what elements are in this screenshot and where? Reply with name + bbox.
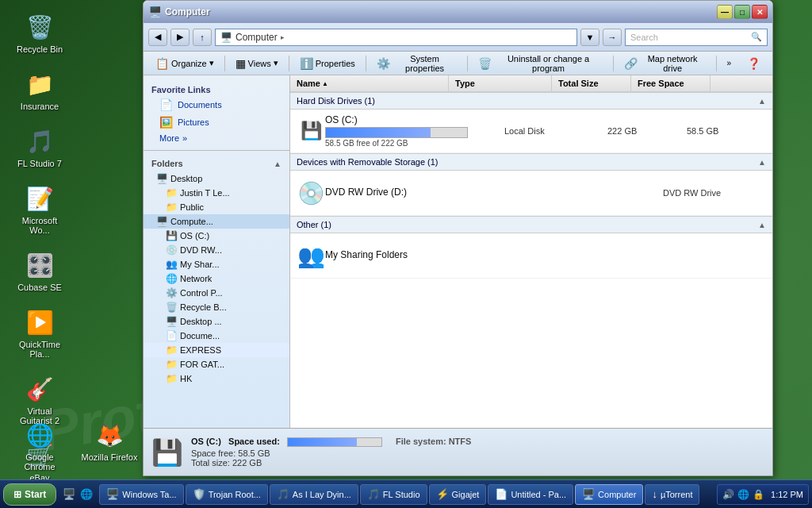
cubase-icon: 🎛️ xyxy=(24,249,56,281)
other-section-header[interactable]: Other (1) ▲ xyxy=(290,216,772,233)
back-button[interactable]: ◀ xyxy=(148,29,167,46)
minimize-button[interactable]: — xyxy=(717,5,733,19)
folder-item-forgat[interactable]: 📁 FOR GAT... xyxy=(144,357,289,371)
taskbar-task-gigajet[interactable]: ⚡ Gigajet xyxy=(429,484,487,505)
other-collapse-icon: ▲ xyxy=(758,221,766,229)
views-button[interactable]: ▦ Views ▾ xyxy=(228,54,285,73)
quick-launch-show-desktop[interactable]: 🖥️ xyxy=(61,487,77,502)
desktop-icon-ms-word[interactable]: 📝 Microsoft Wo... xyxy=(8,179,71,238)
hard-disk-section-header[interactable]: Hard Disk Drives (1) ▲ xyxy=(290,92,772,110)
column-header-name[interactable]: Name ▲ xyxy=(290,75,449,91)
drive-osc-total: 222 GB xyxy=(607,126,687,136)
search-box[interactable]: Search 🔍 xyxy=(625,29,768,46)
folder-item-public[interactable]: 📁 Public xyxy=(144,200,289,214)
utorrent-icon: ↓ xyxy=(652,488,657,500)
desktop-icon-firefox[interactable]: 🦊 Mozilla Firefox xyxy=(78,416,141,475)
folder-item-desktop[interactable]: 🖥️ Desktop xyxy=(144,171,289,186)
sys-tray-icon-2[interactable]: 🌐 xyxy=(737,489,749,500)
toolbar-separator-6 xyxy=(716,56,717,71)
map-drive-button[interactable]: 🔗 Map network drive xyxy=(617,54,713,73)
removable-section-header[interactable]: Devices with Removable Storage (1) ▲ xyxy=(290,153,772,171)
drive-item-osc[interactable]: 💾 OS (C:) 58.5 GB free of 222 GB Local D… xyxy=(290,110,772,153)
properties-button[interactable]: ℹ️ Properties xyxy=(293,54,362,73)
taskbar-task-trojan[interactable]: 🛡️ Trojan Root... xyxy=(186,484,268,505)
uninstall-label: Uninstall or change a program xyxy=(494,54,603,73)
organize-button[interactable]: 📋 Organize ▾ xyxy=(148,54,221,73)
folders-header[interactable]: Folders ▲ xyxy=(144,156,289,171)
desktop-icon-fl-studio[interactable]: 🎵 FL Studio 7 xyxy=(8,122,71,171)
column-header-total[interactable]: Total Size xyxy=(552,75,631,91)
folder-item-express[interactable]: 📁 EXPRESS xyxy=(144,343,289,357)
maximize-button[interactable]: □ xyxy=(734,5,750,19)
explorer-window-title: Computer xyxy=(165,6,210,17)
more-links-button[interactable]: More » xyxy=(144,131,289,145)
folder-item-recycle[interactable]: 🗑️ Recycle B... xyxy=(144,300,289,314)
folder-express-icon: 📁 xyxy=(166,344,178,356)
drive-osc-free-text: 58.5 GB free of 222 GB xyxy=(325,139,504,148)
taskbar-task-windows-ta[interactable]: 🖥️ Windows Ta... xyxy=(99,484,183,505)
desktop-icon-quicktime[interactable]: ▶️ QuickTime Pla... xyxy=(8,303,71,362)
folder-item-hk[interactable]: 📁 HK xyxy=(144,371,289,386)
desktop-icon-cubase[interactable]: 🎛️ Cubase SE xyxy=(8,246,71,295)
forward-button[interactable]: ▶ xyxy=(170,29,190,46)
desktop: Protec... 🗑️ Recycle Bin 📁 Insurance 🎵 F… xyxy=(0,0,812,508)
folder-item-dvd[interactable]: 💿 DVD RW... xyxy=(144,243,289,257)
column-header-free[interactable]: Free Space xyxy=(631,75,710,91)
sys-tray-icon-3[interactable]: 🔒 xyxy=(753,489,764,500)
uninstall-icon: 🗑️ xyxy=(478,57,492,70)
desktop-icon-insurance[interactable]: 📁 Insurance xyxy=(8,65,71,114)
system-props-label: System properties xyxy=(393,54,458,73)
taskbar-task-utorrent[interactable]: ↓ µTorrent xyxy=(645,484,699,505)
address-dropdown-button[interactable]: ▼ xyxy=(580,29,599,46)
status-free-space: Space free: 58.5 GB xyxy=(191,448,471,458)
close-button[interactable]: ✕ xyxy=(752,5,768,19)
drive-osc-icon: 💾 xyxy=(297,117,325,145)
taskbar-task-computer[interactable]: 🖥️ Computer xyxy=(575,484,643,505)
sys-tray-icon-1[interactable]: 🔊 xyxy=(722,489,734,500)
column-header-type[interactable]: Type xyxy=(449,75,552,91)
folder-item-control-panel[interactable]: ⚙️ Control P... xyxy=(144,286,289,300)
folder-item-computer[interactable]: 🖥️ Compute... xyxy=(144,214,289,229)
sidebar-link-documents[interactable]: 📄 Documents xyxy=(144,96,289,114)
start-button[interactable]: ⊞ Start xyxy=(3,483,56,506)
more-toolbar-button[interactable]: » xyxy=(719,54,738,73)
address-input[interactable]: 🖥️ Computer ▸ xyxy=(215,29,577,46)
folder-item-justin[interactable]: 📁 Justin T Le... xyxy=(144,186,289,200)
toolbar-separator-5 xyxy=(613,56,614,71)
trojan-label: Trojan Root... xyxy=(209,490,261,499)
drive-item-dvd[interactable]: 💿 DVD RW Drive (D:) DVD RW Drive xyxy=(290,171,772,216)
status-space-used xyxy=(288,438,357,446)
quicktime-icon: ▶️ xyxy=(24,306,56,338)
views-label: Views xyxy=(248,59,271,68)
folder-item-desktop2[interactable]: 🖥️ Desktop ... xyxy=(144,314,289,329)
uninstall-button[interactable]: 🗑️ Uninstall or change a program xyxy=(471,54,610,73)
go-button[interactable]: → xyxy=(603,29,622,46)
up-button[interactable]: ↑ xyxy=(193,29,212,46)
fl-studio-icon: 🎵 xyxy=(24,125,56,157)
help-button[interactable]: ❓ xyxy=(740,54,768,73)
folder-item-sharing[interactable]: 👥 My Shar... xyxy=(144,257,289,271)
taskbar-task-untitled[interactable]: 📄 Untitled - Pa... xyxy=(488,484,573,505)
folder-desktop2-name: Desktop ... xyxy=(180,317,222,326)
clock: 1:12 PM xyxy=(771,490,803,499)
folder-item-docs2[interactable]: 📄 Docume... xyxy=(144,329,289,343)
col-free-label: Free Space xyxy=(638,79,684,88)
trojan-icon: 🛡️ xyxy=(193,488,205,500)
taskbar-task-flstudio[interactable]: 🎵 FL Studio xyxy=(360,484,427,505)
search-icon: 🔍 xyxy=(751,32,762,42)
folder-item-osc[interactable]: 💾 OS (C:) xyxy=(144,229,289,243)
removable-collapse-icon: ▲ xyxy=(758,158,766,167)
desktop-icon-recycle-bin[interactable]: 🗑️ Recycle Bin xyxy=(8,8,71,57)
organize-label: Organize xyxy=(171,59,207,68)
aslay-icon: 🎵 xyxy=(277,488,289,500)
folder-forgat-name: FOR GAT... xyxy=(180,360,224,369)
system-properties-button[interactable]: ⚙️ System properties xyxy=(370,54,465,73)
taskbar-task-aslay[interactable]: 🎵 As I Lay Dyin... xyxy=(270,484,358,505)
address-bar: ◀ ▶ ↑ 🖥️ Computer ▸ ▼ → Search 🔍 xyxy=(144,23,772,52)
address-arrow-icon: ▸ xyxy=(281,33,285,41)
desktop-icon-chrome[interactable]: 🌐 Google Chrome xyxy=(8,416,71,475)
folder-item-network[interactable]: 🌐 Network xyxy=(144,271,289,286)
sidebar-link-pictures[interactable]: 🖼️ Pictures xyxy=(144,114,289,131)
quick-launch-ie[interactable]: 🌐 xyxy=(79,487,94,502)
file-item-sharing[interactable]: 👥 My Sharing Folders xyxy=(290,233,772,279)
